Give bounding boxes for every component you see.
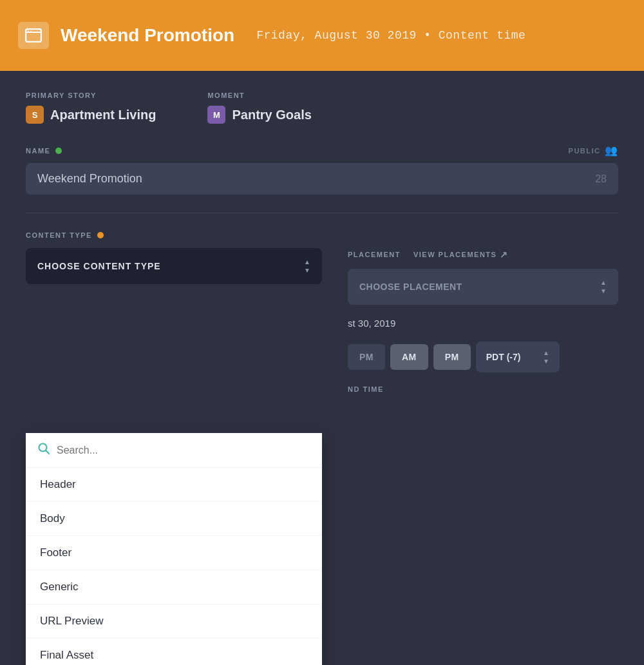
name-input-value: Weekend Promotion	[37, 172, 142, 186]
story-moment-row: PRIMARY STORY S Apartment Living MOMENT …	[26, 92, 618, 124]
moment-section: MOMENT M Pantry Goals	[207, 92, 311, 124]
view-placements-link[interactable]: VIEW PLACEMENTS ↗	[413, 249, 509, 260]
moment-label: MOMENT	[207, 92, 311, 99]
placement-dropdown-label: CHOOSE PLACEMENT	[359, 282, 462, 292]
placement-dropdown[interactable]: CHOOSE PLACEMENT ▲ ▼	[348, 269, 618, 305]
name-label: NAME	[26, 147, 62, 155]
story-badge: S	[26, 106, 44, 124]
timezone-arrows-icon: ▲ ▼	[543, 349, 549, 365]
external-link-icon: ↗	[500, 249, 509, 260]
search-input[interactable]	[57, 445, 310, 456]
dropdown-search-row	[26, 433, 322, 468]
option-body[interactable]: Body	[26, 502, 322, 536]
search-icon	[37, 442, 50, 458]
primary-story-item: S Apartment Living	[26, 106, 156, 124]
pm-button-2[interactable]: PM	[433, 344, 471, 370]
status-dot-green	[55, 148, 62, 154]
status-dot-orange	[97, 232, 104, 238]
window-icon	[18, 22, 49, 49]
left-column: CHOOSE CONTENT TYPE ▲ ▼	[26, 248, 322, 393]
moment-badge: M	[207, 106, 225, 124]
option-header[interactable]: Header	[26, 468, 322, 502]
moment-item: M Pantry Goals	[207, 106, 311, 124]
right-column: PLACEMENT VIEW PLACEMENTS ↗ CHOOSE PLACE…	[348, 248, 618, 393]
content-type-dropdown[interactable]: CHOOSE CONTENT TYPE ▲ ▼	[26, 248, 322, 284]
placement-dropdown-arrows-icon: ▲ ▼	[600, 279, 607, 294]
end-time-label: ND TIME	[348, 385, 618, 393]
dropdown-arrows-icon: ▲ ▼	[304, 258, 310, 274]
am-button[interactable]: AM	[390, 344, 428, 370]
app-header: Weekend Promotion Friday, August 30 2019…	[0, 0, 644, 71]
timezone-label: PDT (-7)	[486, 352, 521, 362]
name-input-wrapper[interactable]: Weekend Promotion 28	[26, 163, 618, 195]
public-label: PUBLIC 👥	[569, 144, 618, 157]
option-final-asset[interactable]: Final Asset	[26, 639, 322, 665]
option-url-preview[interactable]: URL Preview	[26, 604, 322, 639]
placement-header: PLACEMENT VIEW PLACEMENTS ↗	[348, 249, 618, 260]
pm-button[interactable]: PM	[348, 344, 385, 370]
content-row: CHOOSE CONTENT TYPE ▲ ▼ PLACEMENT VIEW P…	[26, 248, 618, 393]
moment-name: Pantry Goals	[232, 108, 311, 122]
option-generic[interactable]: Generic	[26, 570, 322, 604]
primary-story-label: PRIMARY STORY	[26, 92, 156, 99]
page-title: Weekend Promotion	[61, 25, 234, 46]
divider	[26, 213, 618, 213]
option-footer[interactable]: Footer	[26, 536, 322, 570]
char-count: 28	[595, 173, 607, 185]
content-type-dropdown-menu: Header Body Footer Generic URL Preview F…	[26, 433, 322, 665]
svg-line-5	[46, 450, 49, 454]
content-type-dropdown-label: CHOOSE CONTENT TYPE	[37, 261, 161, 271]
timezone-dropdown[interactable]: PDT (-7) ▲ ▼	[476, 342, 560, 372]
date-value: st 30, 2019	[348, 318, 618, 329]
primary-story-section: PRIMARY STORY S Apartment Living	[26, 92, 156, 124]
users-icon: 👥	[605, 144, 619, 157]
content-type-label: CONTENT TYPE	[26, 231, 618, 239]
name-field-row: NAME PUBLIC 👥	[26, 144, 618, 157]
time-row: PM AM PM PDT (-7) ▲ ▼	[348, 342, 618, 372]
primary-story-name: Apartment Living	[50, 108, 156, 122]
placement-label: PLACEMENT	[348, 251, 401, 258]
main-content: PRIMARY STORY S Apartment Living MOMENT …	[0, 71, 644, 414]
header-subtitle: Friday, August 30 2019 • Content time	[256, 29, 526, 42]
